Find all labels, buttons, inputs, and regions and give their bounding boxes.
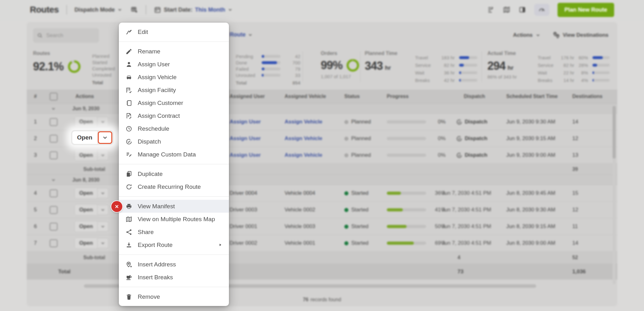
assign-vehicle-link[interactable]: Assign Vehicle — [285, 152, 322, 158]
menu-item-insert-breaks[interactable]: Insert Breaks — [119, 271, 229, 284]
col-assigned-vehicle[interactable]: Assigned Vehicle — [285, 94, 344, 99]
menu-item-create-recurring-route[interactable]: Create Recurring Route — [119, 180, 229, 193]
assigned-vehicle[interactable]: Vehicle 0003 — [285, 223, 344, 230]
assign-vehicle-link[interactable]: Assign Vehicle — [285, 119, 322, 125]
timeline-view-icon[interactable] — [487, 6, 495, 14]
map-view-icon[interactable] — [503, 6, 510, 14]
menu-item-label: Insert Address — [138, 261, 176, 268]
menu-item-remove[interactable]: Remove — [119, 290, 229, 303]
destinations-count: 12 — [572, 135, 605, 142]
assigned-vehicle[interactable]: Vehicle 0002 — [285, 207, 344, 213]
menu-item-duplicate[interactable]: Duplicate — [119, 167, 229, 180]
menu-item-manage-custom-data[interactable]: Manage Custom Data — [119, 148, 229, 161]
menu-item-assign-vehicle[interactable]: Assign Vehicle — [119, 71, 229, 84]
menu-item-assign-contract[interactable]: Assign Contract — [119, 109, 229, 122]
col-destinations[interactable]: Destinations — [572, 94, 605, 99]
plan-new-route-button[interactable]: Plan New Route — [558, 3, 614, 17]
menu-item-insert-address[interactable]: Insert Address — [119, 258, 229, 271]
start-date-control[interactable]: Start Date: This Month — [154, 6, 233, 14]
row-checkbox[interactable] — [50, 206, 58, 214]
manage-columns-icon[interactable] — [130, 6, 138, 14]
menu-item-label: Reschedule — [138, 125, 169, 132]
menu-item-rename[interactable]: Rename — [119, 45, 229, 58]
assign-user-link[interactable]: Assign User — [230, 135, 261, 142]
col-progress[interactable]: Progress — [387, 94, 454, 99]
dispatched-time: Jun 7, 2030 4:51 PM — [442, 207, 491, 213]
clock-icon — [125, 125, 132, 132]
menu-item-assign-facility[interactable]: Assign Facility — [119, 84, 229, 96]
open-button[interactable]: Open — [75, 150, 108, 161]
assigned-user[interactable]: Driver 0001 — [230, 223, 285, 230]
open-label: Open — [75, 221, 97, 232]
menu-item-assign-user[interactable]: Assign User — [119, 58, 229, 71]
menu-item-dispatch[interactable]: Dispatch — [119, 135, 229, 148]
menu-item-share[interactable]: Share — [119, 226, 229, 238]
menu-item-assign-customer[interactable]: Assign Customer — [119, 96, 229, 109]
dispatch-mode-dropdown[interactable]: Dispatch Mode — [75, 7, 122, 13]
open-menu-chevron[interactable] — [97, 221, 108, 232]
assigned-user[interactable]: Driver 0004 — [230, 190, 285, 196]
top-bar: Routes Dispatch Mode Start Date: This Mo… — [0, 0, 644, 19]
open-button[interactable]: Open — [75, 221, 108, 232]
dispatch-button[interactable]: Dispatch — [456, 135, 487, 142]
open-button[interactable]: Open — [75, 237, 108, 249]
open-button-highlighted[interactable]: Open — [72, 131, 112, 144]
open-menu-chevron[interactable] — [97, 238, 108, 248]
open-menu-chevron[interactable] — [97, 188, 108, 198]
open-menu-chevron[interactable] — [97, 117, 108, 127]
assigned-user[interactable]: Driver 0002 — [230, 240, 285, 246]
group-row-jun9[interactable]: Jun 9, 2030 — [27, 104, 617, 114]
row-checkbox[interactable] — [50, 118, 58, 126]
submenu-arrow-icon — [218, 243, 222, 247]
open-button[interactable]: Open — [75, 204, 108, 216]
col-assigned-user[interactable]: Assigned User — [230, 94, 285, 99]
open-button[interactable]: Open — [75, 116, 108, 128]
col-dispatch[interactable]: Dispatch — [454, 94, 506, 99]
assign-vehicle-link[interactable]: Assign Vehicle — [285, 135, 322, 142]
col-num[interactable]: # — [27, 94, 44, 99]
vertical-scrollbar[interactable] — [613, 105, 616, 284]
row-checkbox[interactable] — [50, 151, 58, 159]
gauge-toggle[interactable] — [534, 4, 549, 16]
time-value: 176 hr — [558, 55, 574, 60]
dispatch-button[interactable]: Dispatch — [456, 152, 487, 158]
open-label[interactable]: Open — [72, 131, 97, 144]
open-menu-chevron-focused[interactable] — [98, 131, 112, 144]
menu-item-export-route[interactable]: Export Route — [119, 238, 229, 251]
group-row-jun8[interactable]: Jun 8, 2030 — [27, 175, 617, 185]
row-checkbox[interactable] — [50, 135, 58, 143]
assigned-user[interactable]: Driver 0003 — [230, 207, 285, 213]
time-pct: 4% — [574, 78, 588, 83]
menu-item-view-on-multiple-routes-map[interactable]: View on Multiple Routes Map — [119, 213, 229, 226]
menu-item-edit[interactable]: Edit — [119, 25, 229, 38]
time-bar — [459, 64, 477, 67]
row-checkbox[interactable] — [50, 239, 58, 247]
open-menu-chevron[interactable] — [97, 150, 108, 160]
time-value: 82 hr — [437, 63, 455, 68]
menu-item-view-manifest[interactable]: View Manifest — [119, 200, 229, 213]
horizontal-scrollbar[interactable] — [27, 284, 617, 288]
status-unrouted-label: Unrouted — [92, 72, 115, 78]
assign-user-link[interactable]: Assign User — [230, 119, 261, 125]
search-box[interactable] — [33, 28, 99, 43]
route-filter-dropdown[interactable]: Route — [230, 31, 253, 38]
row-checkbox[interactable] — [50, 189, 58, 197]
assign-user-link[interactable]: Assign User — [230, 152, 261, 158]
actions-dropdown[interactable]: Actions — [513, 32, 540, 38]
select-all-checkbox[interactable] — [50, 93, 58, 101]
assigned-vehicle[interactable]: Vehicle 0004 — [285, 190, 344, 196]
menu-item-reschedule[interactable]: Reschedule — [119, 122, 229, 135]
open-menu-chevron[interactable] — [97, 205, 108, 215]
panel-toggle-icon[interactable] — [519, 6, 526, 14]
row-checkbox[interactable] — [50, 223, 58, 231]
vscroll-thumb[interactable] — [613, 106, 616, 159]
view-destinations-button[interactable]: View Destinations — [552, 31, 608, 39]
open-button[interactable]: Open — [75, 188, 108, 199]
col-scheduled-start[interactable]: Scheduled Start Time — [506, 94, 572, 99]
col-status[interactable]: Status — [344, 94, 387, 99]
search-input[interactable] — [46, 32, 93, 39]
table-row: 2 Assign User Assign Vehicle Planned 0% … — [27, 130, 617, 147]
table-row: 7 Open Driver 0002 Vehicle 0001 Started … — [27, 235, 617, 252]
dispatch-button[interactable]: Dispatch — [456, 119, 487, 125]
assigned-vehicle[interactable]: Vehicle 0001 — [285, 240, 344, 246]
